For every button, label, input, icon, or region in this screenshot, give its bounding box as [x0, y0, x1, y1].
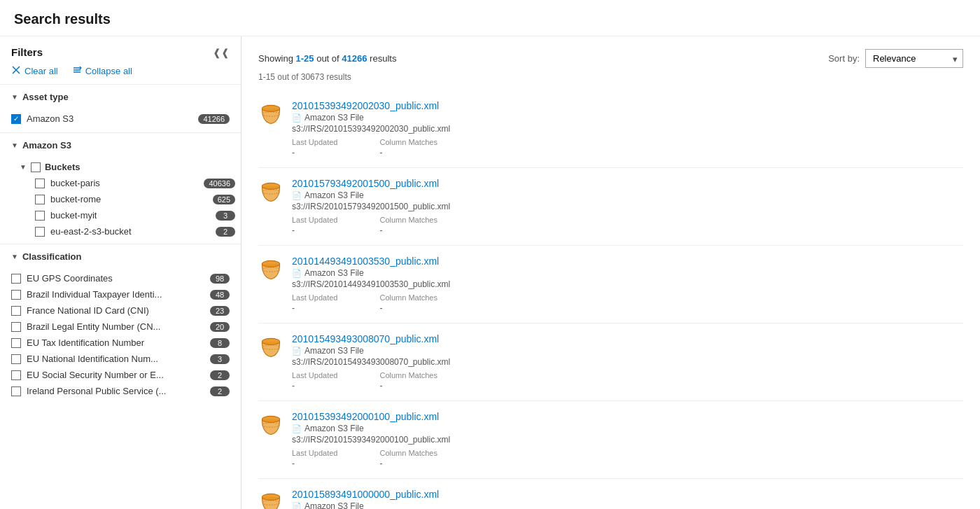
result-type: 📄 Amazon S3 File [292, 113, 963, 123]
classification-ireland-pps: Ireland Personal Public Service (... 2 [11, 383, 230, 399]
asset-type-header[interactable]: ▼ Asset type [0, 85, 241, 109]
result-title[interactable]: 201015493493008070_public.xml [292, 333, 963, 344]
result-meta: Last Updated - Column Matches - [292, 138, 963, 158]
collapse-all-button[interactable]: Collapse all [72, 65, 132, 77]
column-matches-label: Column Matches [379, 449, 438, 457]
column-matches-value: - [379, 459, 438, 468]
results-list: 201015393492002030_public.xml 📄 Amazon S… [241, 90, 980, 509]
column-matches-section: Column Matches - [379, 293, 438, 313]
last-updated-label: Last Updated [292, 293, 337, 302]
result-details: 201015493493008070_public.xml 📄 Amazon S… [292, 333, 963, 391]
page-title: Search results [0, 0, 980, 36]
result-s3-icon [258, 102, 284, 129]
bucket-eu-east-checkbox[interactable] [35, 227, 45, 237]
result-title[interactable]: 201015893491000000_public.xml [292, 489, 963, 500]
filters-sidebar: Filters ❰❰ Clear all Collap [0, 36, 241, 509]
file-icon: 📄 [292, 113, 302, 123]
result-path: s3://IRS/201015393492000100_public.xml [292, 435, 963, 445]
bucket-myit-item: bucket-myit 3 [35, 207, 235, 223]
file-icon: 📄 [292, 424, 302, 433]
result-s3-icon [258, 335, 284, 362]
france-id-checkbox[interactable] [11, 306, 21, 316]
column-matches-value: - [379, 148, 438, 158]
file-icon: 📄 [292, 347, 302, 356]
buckets-header[interactable]: ▼ Buckets [20, 159, 235, 175]
results-header: Showing 1-25 out of 41266 results Sort b… [241, 36, 980, 71]
eu-national-checkbox[interactable] [11, 354, 21, 364]
result-item: 201014493491003530_public.xml 📄 Amazon S… [258, 246, 963, 323]
last-updated-section: Last Updated - [292, 138, 337, 158]
classification-eu-social-security: EU Social Security Number or E... 2 [11, 367, 230, 383]
bucket-eu-east-item: eu-east-2-s3-bucket 2 [35, 223, 235, 239]
last-updated-value: - [292, 303, 337, 313]
bucket-paris-checkbox[interactable] [35, 179, 45, 188]
brazil-taxpayer-checkbox[interactable] [11, 290, 21, 300]
last-updated-label: Last Updated [292, 449, 337, 457]
amazon-s3-checkbox[interactable] [11, 114, 21, 124]
collapse-sidebar-icon[interactable]: ❰❰ [213, 47, 230, 58]
last-updated-label: Last Updated [292, 216, 337, 224]
last-updated-value: - [292, 459, 337, 468]
classification-section: ▼ Classification EU GPS Coordinates 98 B… [0, 244, 241, 405]
result-details: 201015893491000000_public.xml 📄 Amazon S… [292, 489, 963, 509]
result-title[interactable]: 201014493491003530_public.xml [292, 256, 963, 267]
last-updated-section: Last Updated - [292, 449, 337, 468]
result-details: 201014493491003530_public.xml 📄 Amazon S… [292, 256, 963, 313]
column-matches-value: - [379, 225, 438, 235]
brazil-legal-checkbox[interactable] [11, 322, 21, 332]
file-icon: 📄 [292, 269, 302, 278]
sort-label: Sort by: [828, 53, 860, 64]
result-details: 201015393492000100_public.xml 📄 Amazon S… [292, 411, 963, 468]
buckets-checkbox[interactable] [31, 162, 41, 172]
bucket-items: bucket-paris 40636 bucket-rome 625 [20, 175, 235, 239]
result-meta: Last Updated - Column Matches - [292, 449, 963, 468]
classification-france-id: France National ID Card (CNI) 23 [11, 302, 230, 319]
asset-type-chevron: ▼ [11, 93, 18, 101]
result-path: s3://IRS/201014493491003530_public.xml [292, 279, 963, 289]
clear-all-icon [11, 65, 21, 77]
classification-chevron: ▼ [11, 253, 18, 260]
column-matches-section: Column Matches - [379, 216, 438, 235]
last-updated-label: Last Updated [292, 138, 337, 146]
result-title[interactable]: 201015393492002030_public.xml [292, 100, 963, 111]
column-matches-section: Column Matches - [379, 371, 438, 391]
ireland-pps-checkbox[interactable] [11, 386, 21, 396]
asset-type-section: ▼ Asset type Amazon S3 41266 [0, 84, 241, 132]
results-showing: Showing 1-25 out of 41266 results [258, 53, 396, 64]
result-path: s3://IRS/201015393492002030_public.xml [292, 124, 963, 134]
last-updated-section: Last Updated - [292, 293, 337, 313]
classification-brazil-taxpayer: Brazil Individual Taxpayer Identi... 48 [11, 286, 230, 302]
classification-items: EU GPS Coordinates 98 Brazil Individual … [0, 269, 241, 405]
last-updated-label: Last Updated [292, 371, 337, 379]
result-s3-icon [258, 412, 284, 440]
classification-eu-national: EU National Identification Num... 3 [11, 351, 230, 367]
bucket-myit-checkbox[interactable] [35, 211, 45, 221]
result-meta: Last Updated - Column Matches - [292, 216, 963, 235]
result-type: 📄 Amazon S3 File [292, 501, 963, 509]
file-icon: 📄 [292, 502, 302, 510]
classification-header[interactable]: ▼ Classification [0, 244, 241, 269]
eu-gps-checkbox[interactable] [11, 274, 21, 284]
result-details: 201015793492001500_public.xml 📄 Amazon S… [292, 178, 963, 235]
result-type: 📄 Amazon S3 File [292, 268, 963, 278]
result-meta: Last Updated - Column Matches - [292, 371, 963, 391]
amazon-s3-section-header[interactable]: ▼ Amazon S3 [0, 133, 241, 158]
asset-type-amazon-s3: Amazon S3 41266 [11, 111, 230, 127]
bucket-rome-item: bucket-rome 625 [35, 191, 235, 207]
result-title[interactable]: 201015393492000100_public.xml [292, 411, 963, 422]
bucket-rome-checkbox[interactable] [35, 195, 45, 204]
clear-all-button[interactable]: Clear all [11, 65, 58, 77]
eu-social-security-checkbox[interactable] [11, 370, 21, 380]
classification-eu-gps: EU GPS Coordinates 98 [11, 270, 230, 286]
last-updated-value: - [292, 225, 337, 235]
result-title[interactable]: 201015793492001500_public.xml [292, 178, 963, 189]
result-item: 201015793492001500_public.xml 📄 Amazon S… [258, 168, 963, 246]
sort-select[interactable]: Relevance Last Updated Name [865, 49, 963, 68]
result-item: 201015393492002030_public.xml 📄 Amazon S… [258, 90, 963, 168]
result-s3-icon [258, 490, 284, 509]
result-type: 📄 Amazon S3 File [292, 346, 963, 356]
result-meta: Last Updated - Column Matches - [292, 293, 963, 313]
column-matches-section: Column Matches - [379, 138, 438, 158]
results-range: 1-25 [296, 53, 314, 64]
eu-tax-checkbox[interactable] [11, 338, 21, 348]
